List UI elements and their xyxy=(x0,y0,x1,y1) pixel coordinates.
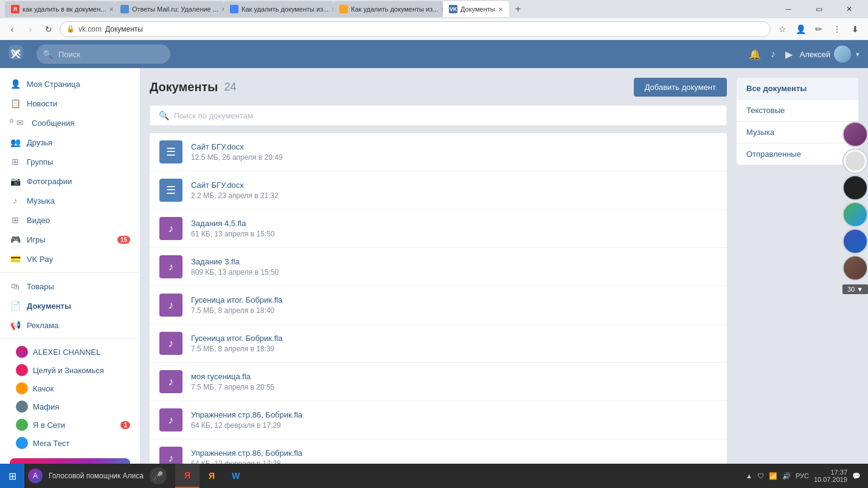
taskbar-app-yandex[interactable]: Я xyxy=(175,464,200,488)
extensions-button[interactable]: ✏ xyxy=(811,21,827,37)
right-avatar-6[interactable] xyxy=(842,255,868,281)
right-avatar-3[interactable] xyxy=(842,175,868,201)
new-tab-button[interactable]: + xyxy=(510,1,526,17)
doc-name: Гусеница итог. Бобрик.fla xyxy=(191,295,717,304)
sidebar-item-mafia[interactable]: Мафия xyxy=(0,397,140,416)
tab-5[interactable]: VK Документы ✕ xyxy=(443,1,509,17)
microphone-button[interactable]: 🎤 xyxy=(150,467,167,484)
sidebar-item-groups[interactable]: ⊞ Группы xyxy=(0,152,140,171)
tab-1[interactable]: Я как удалить в вк докумен... ✕ xyxy=(5,1,114,17)
sidebar-label-alexei-channel: ALEXEI CHANNEL xyxy=(33,348,100,357)
address-bar[interactable]: 🔒 vk.com Документы xyxy=(60,21,771,37)
sidebar-label-kachok: Качок xyxy=(33,384,54,393)
vk-logo[interactable]: VK xyxy=(7,44,24,64)
maximize-button[interactable]: ▭ xyxy=(805,0,833,18)
notification-center-icon[interactable]: 💬 xyxy=(852,472,861,480)
sidebar-item-ya-v-seti[interactable]: Я в Сети 1 xyxy=(0,416,140,434)
sidebar-item-messages[interactable]: ⚙ ✉ Сообщения xyxy=(0,113,140,132)
sidebar-item-my-page[interactable]: 👤 Моя Страница xyxy=(0,74,140,94)
doc-item[interactable]: ♪ Упражнения стр.86, Бобрик.fla 64 КБ, 1… xyxy=(150,401,727,439)
right-avatar-2[interactable] xyxy=(842,148,868,174)
search-input[interactable] xyxy=(36,44,170,64)
docs-filter-text[interactable]: Текстовые xyxy=(737,100,858,121)
doc-info: Задание 3.fla 809 КБ, 13 апреля в 15:50 xyxy=(191,257,717,277)
vk-page: VK 🔍 🔔 ♪ ▶ Алексей ▼ 👤 Моя С xyxy=(0,40,868,488)
taskbar-app-yandex2[interactable]: Я xyxy=(200,464,224,488)
tab-4[interactable]: Как удалить документы из... ✕ xyxy=(333,1,443,17)
right-avatar-5[interactable] xyxy=(842,229,868,254)
sidebar-item-kiss-meet[interactable]: Целуй и Знакомься xyxy=(0,361,140,379)
user-menu[interactable]: Алексей ▼ xyxy=(800,46,861,63)
doc-item[interactable]: ☰ Сайт БГУ.docx 2.2 МБ, 23 апреля в 21:3… xyxy=(150,171,727,210)
doc-item[interactable]: ♪ Гусеница итог. Бобрик.fla 7.5 МБ, 8 ап… xyxy=(150,286,727,325)
minimize-button[interactable]: ─ xyxy=(774,0,802,18)
sidebar-item-music[interactable]: ♪ Музыка xyxy=(0,191,140,210)
tab-3[interactable]: Как удалить документы из... ✕ xyxy=(224,1,333,17)
sidebar-item-alexei-channel[interactable]: ALEXEI CHANNEL xyxy=(0,343,140,361)
sidebar-item-photos[interactable]: 📷 Фотографии xyxy=(0,171,140,191)
news-icon: 📋 xyxy=(10,98,21,109)
doc-type-icon: ♪ xyxy=(159,332,182,355)
search-icon: 🔍 xyxy=(43,49,53,59)
tab-1-close[interactable]: ✕ xyxy=(109,6,114,13)
sidebar-label-music: Музыка xyxy=(27,196,55,205)
alexei-channel-icon xyxy=(16,346,28,358)
tab-2[interactable]: Ответы Mail.ru: Удаление ... ✕ xyxy=(114,1,224,17)
docs-title-text: Документы xyxy=(150,80,218,94)
doc-meta: 2.2 МБ, 23 апреля в 21:32 xyxy=(191,191,717,200)
docs-filter-music[interactable]: Музыка xyxy=(737,122,858,143)
notifications-icon[interactable]: 🔔 xyxy=(749,49,761,60)
sidebar-label-kiss-meet: Целуй и Знакомься xyxy=(33,366,104,375)
doc-type-icon: ♪ xyxy=(159,217,182,240)
start-button[interactable]: ⊞ xyxy=(0,464,24,488)
docs-filter-sent[interactable]: Отправленные xyxy=(737,143,858,165)
sidebar-label-docs: Документы xyxy=(27,301,71,311)
language-label: РУС xyxy=(796,472,809,479)
video-icon[interactable]: ▶ xyxy=(785,49,793,60)
doc-item[interactable]: ♪ Гусеница итог. Бобрик.fla 7.5 МБ, 8 ап… xyxy=(150,325,727,363)
tray-arrow[interactable]: ▲ xyxy=(746,472,752,479)
close-button[interactable]: ✕ xyxy=(835,0,863,18)
photos-icon: 📷 xyxy=(10,176,21,187)
right-avatar-4[interactable] xyxy=(842,202,868,227)
docs-header: Документы 24 Добавить документ xyxy=(150,78,727,97)
menu-button[interactable]: ⋮ xyxy=(829,21,845,37)
time-display: 17:37 xyxy=(830,469,847,476)
tray-wifi: 📶 xyxy=(769,472,777,480)
pay-icon: 💳 xyxy=(10,253,21,264)
music-icon[interactable]: ♪ xyxy=(771,49,776,60)
right-avatar-1[interactable] xyxy=(842,122,868,147)
avatar-count: 30 ▼ xyxy=(842,284,868,294)
sidebar-item-games[interactable]: 🎮 Игры 15 xyxy=(0,230,140,249)
docs-search-input[interactable] xyxy=(174,111,718,120)
user-profile-button[interactable]: 👤 xyxy=(793,21,808,37)
doc-info: Сайт БГУ.docx 12.5 МБ, 26 апреля в 20:49 xyxy=(191,142,717,162)
download-button[interactable]: ⬇ xyxy=(847,21,863,37)
sidebar-item-kachok[interactable]: Качок xyxy=(0,379,140,397)
forward-button[interactable]: › xyxy=(23,22,38,36)
docs-filter-all[interactable]: Все документы xyxy=(737,78,858,99)
doc-list: ☰ Сайт БГУ.docx 12.5 МБ, 26 апреля в 20:… xyxy=(150,133,727,477)
sidebar-item-video[interactable]: ⊞ Видео xyxy=(0,210,140,230)
sidebar-item-goods[interactable]: 🛍 Товары xyxy=(0,277,140,296)
sidebar-item-mega-test[interactable]: Мега Тест xyxy=(0,434,140,452)
doc-item[interactable]: ☰ Сайт БГУ.docx 12.5 МБ, 26 апреля в 20:… xyxy=(150,133,727,171)
bookmark-button[interactable]: ☆ xyxy=(774,21,790,37)
sidebar-item-docs[interactable]: 📄 Документы xyxy=(0,296,140,315)
add-document-button[interactable]: Добавить документ xyxy=(634,78,727,97)
back-button[interactable]: ‹ xyxy=(5,22,19,36)
sidebar-item-friends[interactable]: 👥 Друзья xyxy=(0,132,140,152)
doc-info: Гусеница итог. Бобрик.fla 7.5 МБ, 8 апре… xyxy=(191,295,717,315)
doc-item[interactable]: ♪ Задания 4,5.fla 61 КБ, 13 апреля в 15:… xyxy=(150,210,727,248)
doc-item[interactable]: ♪ моя гусеница.fla 7.5 МБ, 7 апреля в 20… xyxy=(150,363,727,401)
sidebar-item-ads[interactable]: 📢 Реклама xyxy=(0,315,140,335)
sidebar-label-my-page: Моя Страница xyxy=(27,80,80,89)
sidebar-item-vkpay[interactable]: 💳 VK Pay xyxy=(0,249,140,269)
docs-container: Документы 24 Добавить документ 🔍 ☰ Сайт … xyxy=(150,78,727,478)
taskbar-app-word[interactable]: W xyxy=(224,464,248,488)
sidebar-item-news[interactable]: 📋 Новости xyxy=(0,94,140,113)
groups-icon: ⊞ xyxy=(10,156,21,167)
reload-button[interactable]: ↻ xyxy=(41,22,56,36)
tab-5-close[interactable]: ✕ xyxy=(498,6,503,13)
doc-item[interactable]: ♪ Задание 3.fla 809 КБ, 13 апреля в 15:5… xyxy=(150,248,727,286)
